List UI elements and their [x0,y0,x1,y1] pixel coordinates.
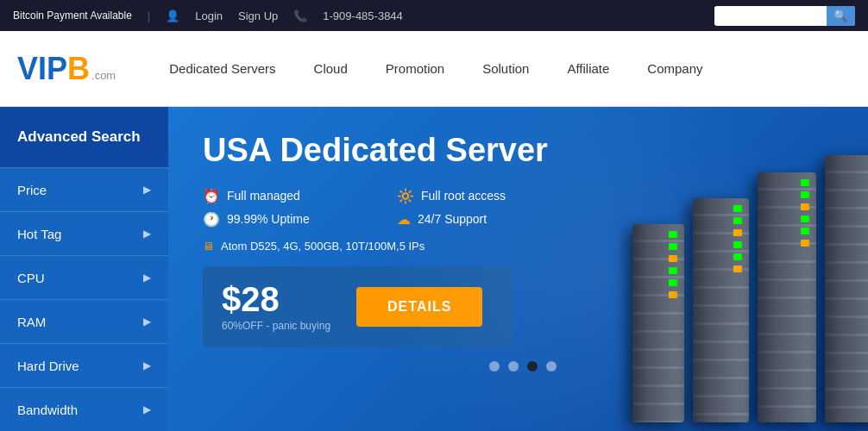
sidebar-item-bandwidth[interactable]: Bandwidth ▶ [0,387,168,431]
carousel-dot-4[interactable] [546,361,557,372]
rack-unit-tall-2 [693,198,749,422]
sidebar-item-ram[interactable]: RAM ▶ [0,299,168,343]
details-button[interactable]: DETAILS [356,287,482,327]
price-discount: 60%OFF - panic buying [222,320,330,332]
logo-dotcom: .com [91,69,116,87]
nav-solution[interactable]: Solution [463,31,548,107]
search-input[interactable] [714,7,827,24]
feature-root-label: Full root access [421,189,506,203]
nav-promotion[interactable]: Promotion [367,31,463,107]
search-bar[interactable]: 🔍 [714,6,855,26]
nav-dedicated-servers[interactable]: Dedicated Servers [150,31,294,107]
rack-unit-tall-4 [825,155,868,422]
root-icon: 🔆 [397,188,414,204]
chevron-right-icon: ▶ [143,228,151,240]
chevron-right-icon: ▶ [143,315,151,328]
advanced-search-heading: Advanced Search [0,107,168,167]
main-nav: Dedicated Servers Cloud Promotion Soluti… [150,31,851,107]
feature-support-label: 24/7 Support [418,212,487,226]
sidebar-hot-tag-label: Hot Tag [17,227,61,241]
feature-full-root: 🔆 Full root access [397,188,565,204]
support-icon: ☁ [397,211,411,228]
chevron-right-icon: ▶ [143,359,151,372]
clock-icon: 🕐 [203,211,220,228]
sidebar-cpu-label: CPU [17,271,45,285]
rack-unit-tall-1 [632,224,684,422]
nav-company[interactable]: Company [628,31,721,107]
signup-link[interactable]: Sign Up [238,9,278,22]
sidebar-hard-drive-label: Hard Drive [17,359,79,373]
sidebar-bandwidth-label: Bandwidth [17,403,78,417]
nav-cloud[interactable]: Cloud [295,31,367,107]
alarm-icon: ⏰ [203,188,220,204]
server-image [609,138,868,431]
login-link[interactable]: Login [195,9,223,22]
server-icon: 🖥 [203,240,214,253]
logo: VIPB .com [17,51,116,87]
server-rack [632,155,868,422]
rack-col-3 [758,172,816,422]
phone-icon: 📞 [293,9,307,22]
feature-full-managed: ⏰ Full managed [203,188,371,204]
search-button[interactable]: 🔍 [827,6,855,26]
chevron-right-icon: ▶ [143,403,151,415]
rack-unit-tall-3 [758,172,816,422]
carousel-dot-3[interactable] [527,361,538,372]
logo-vip: VIP [17,51,67,86]
rack-col-4 [825,155,868,422]
rack-col-1 [632,224,684,422]
feature-support: ☁ 24/7 Support [397,211,565,228]
price-value: $28 [222,282,330,316]
spec-text: Atom D525, 4G, 500GB, 10T/100M,5 IPs [221,240,425,253]
price-section: $28 60%OFF - panic buying [222,282,330,332]
hero-section: USA Dedicated Server ⏰ Full managed 🔆 Fu… [168,107,868,431]
bitcoin-label: Bitcoin Payment Available [13,9,132,22]
sidebar-item-hard-drive[interactable]: Hard Drive ▶ [0,343,168,387]
rack-col-2 [693,198,749,422]
sidebar-item-price[interactable]: Price ▶ [0,167,168,211]
user-icon: 👤 [166,9,179,22]
chevron-right-icon: ▶ [143,272,151,284]
logo-b: B [67,51,90,86]
chevron-right-icon: ▶ [143,184,151,196]
nav-bar: VIPB .com Dedicated Servers Cloud Promot… [0,31,868,107]
main-content: Advanced Search Price ▶ Hot Tag ▶ CPU ▶ … [0,107,868,431]
carousel-dot-1[interactable] [489,361,500,372]
logo-text: VIPB [17,51,90,87]
price-box: $28 60%OFF - panic buying DETAILS [203,266,513,347]
feature-managed-label: Full managed [227,189,300,203]
sidebar-item-hot-tag[interactable]: Hot Tag ▶ [0,211,168,255]
phone-link[interactable]: 1-909-485-3844 [323,9,403,22]
feature-uptime-label: 99.99% Uptime [227,212,310,226]
top-bar: Bitcoin Payment Available | 👤 Login Sign… [0,0,868,31]
sidebar-item-cpu[interactable]: CPU ▶ [0,255,168,299]
feature-uptime: 🕐 99.99% Uptime [203,211,371,228]
sidebar-price-label: Price [17,183,47,197]
features-grid: ⏰ Full managed 🔆 Full root access 🕐 99.9… [203,188,565,228]
carousel-dot-2[interactable] [508,361,519,372]
sidebar: Advanced Search Price ▶ Hot Tag ▶ CPU ▶ … [0,107,168,431]
nav-affiliate[interactable]: Affiliate [548,31,628,107]
sidebar-ram-label: RAM [17,315,46,329]
